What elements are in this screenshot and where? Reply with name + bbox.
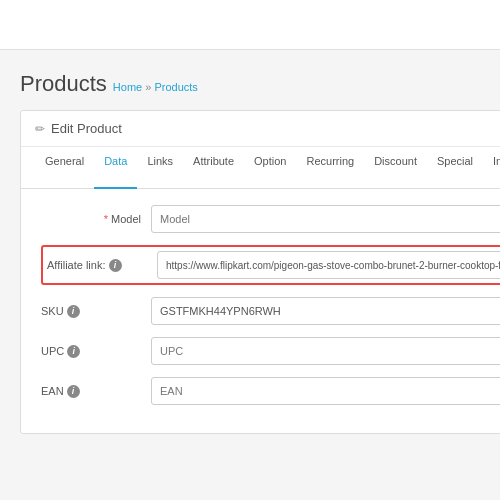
info-icon: i [109,259,122,272]
page-title: Products [20,71,107,97]
form-body: * Model Affiliate link: i [21,189,500,433]
breadcrumb: Home » Products [113,81,198,93]
ean-field-group: EAN i [41,377,500,405]
breadcrumb-separator: » [145,81,151,93]
affiliate-field-group: Affiliate link: i [41,245,500,285]
sku-field-group: SKU i [41,297,500,325]
tab-general[interactable]: General [35,147,94,189]
ean-info-icon: i [67,385,80,398]
edit-product-label: Edit Product [51,121,122,136]
product-card: ✏ Edit Product General Data Links Attrib… [20,110,500,434]
breadcrumb-current[interactable]: Products [154,81,197,93]
ean-input[interactable] [151,377,500,405]
sku-info-icon: i [67,305,80,318]
model-required: * [104,213,111,225]
page-header: Products Home » Products 💾 ↩ [20,70,500,98]
pencil-icon: ✏ [35,122,45,136]
model-input[interactable] [151,205,500,233]
card-header: ✏ Edit Product [21,111,500,147]
tab-data[interactable]: Data [94,147,137,189]
tab-attribute[interactable]: Attribute [183,147,244,189]
layout: Products Home » Products 💾 ↩ [0,50,500,500]
upc-input[interactable] [151,337,500,365]
upc-info-icon: i [67,345,80,358]
tab-recurring[interactable]: Recurring [296,147,364,189]
model-label: * Model [41,213,151,225]
page-header-left: Products Home » Products [20,71,198,97]
tab-discount[interactable]: Discount [364,147,427,189]
sku-input[interactable] [151,297,500,325]
tab-option[interactable]: Option [244,147,296,189]
page-wrapper: Products Home » Products 💾 ↩ [0,0,500,500]
breadcrumb-home[interactable]: Home [113,81,142,93]
tab-image[interactable]: Image [483,147,500,189]
affiliate-label: Affiliate link: i [47,259,157,272]
ean-label: EAN i [41,385,151,398]
sku-label: SKU i [41,305,151,318]
top-bar [0,0,500,50]
main-content: Products Home » Products 💾 ↩ [0,50,500,500]
affiliate-input[interactable] [157,251,500,279]
upc-label: UPC i [41,345,151,358]
upc-field-group: UPC i [41,337,500,365]
tab-special[interactable]: Special [427,147,483,189]
tabs-bar: General Data Links Attribute Option Recu… [21,147,500,189]
model-field-group: * Model [41,205,500,233]
tab-links[interactable]: Links [137,147,183,189]
